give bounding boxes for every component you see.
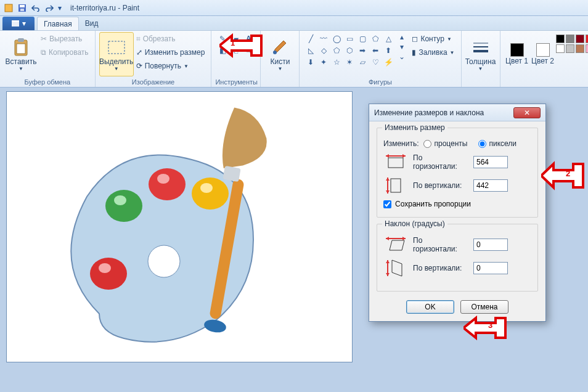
shape-triangle-icon[interactable]: △ [382, 33, 394, 44]
pixels-radio[interactable]: пиксели [478, 139, 517, 148]
thickness-button[interactable]: Толщина ▼ [465, 32, 496, 76]
eraser-tool-icon[interactable]: ◧ [216, 45, 229, 56]
shape-heart-icon[interactable]: ♡ [369, 57, 382, 68]
shape-polygon-icon[interactable]: ⬠ [369, 33, 382, 44]
zoom-tool-icon[interactable]: 🔍 [242, 45, 255, 56]
qat-customize-icon[interactable]: ▾ [57, 2, 63, 14]
skew-horizontal-label: По горизонтали: [413, 236, 468, 253]
shape-uarrow-icon[interactable]: ⬆ [382, 45, 394, 56]
ok-button[interactable]: OK [406, 300, 454, 314]
text-tool-icon[interactable]: A [242, 33, 255, 44]
canvas[interactable] [6, 91, 353, 362]
crop-button[interactable]: ⌗ Обрезать [134, 32, 208, 46]
shape-rarrow-icon[interactable]: ➡ [356, 45, 369, 56]
outline-icon: ◻ [412, 35, 418, 43]
shapes-scroll-down-icon[interactable]: ▾ [398, 42, 406, 52]
svg-marker-34 [390, 240, 404, 250]
thickness-label: Толщина [465, 57, 496, 66]
shape-darrow-icon[interactable]: ⬇ [304, 57, 317, 68]
picker-tool-icon[interactable]: ⎘ [229, 45, 242, 56]
resize-label: Изменить размер [145, 48, 205, 57]
shape-line-icon[interactable]: ╱ [304, 33, 317, 44]
outline-button[interactable]: ◻ Контур ▼ [409, 32, 457, 46]
resize-fieldset: Изменить размер Изменить: проценты пиксе… [377, 128, 538, 218]
redo-icon[interactable] [43, 2, 55, 14]
shape-4star-icon[interactable]: ✦ [317, 57, 330, 68]
shape-rtriangle-icon[interactable]: ◺ [304, 45, 317, 56]
palette-swatch[interactable] [566, 44, 574, 53]
paint-menu-icon[interactable] [2, 2, 15, 14]
svg-rect-2 [20, 5, 25, 7]
svg-marker-29 [402, 154, 406, 158]
window-title: it-territoriya.ru - Paint [70, 4, 139, 12]
resize-button[interactable]: ⤢ Изменить размер [134, 46, 208, 59]
ribbon-tabs: ▾ Главная Вид [0, 16, 588, 31]
palette-swatch[interactable] [576, 44, 584, 53]
shape-diamond-icon[interactable]: ◇ [317, 45, 330, 56]
svg-marker-33 [386, 190, 390, 194]
copy-button[interactable]: ⧉ Копировать [38, 46, 91, 59]
tab-home[interactable]: Главная [37, 17, 79, 30]
keep-ratio-label: Сохранить пропорции [395, 200, 471, 208]
paste-button[interactable]: Вставить ▼ [4, 32, 38, 76]
svg-rect-9 [108, 41, 125, 54]
fill-button[interactable]: ▮ Заливка ▼ [409, 46, 457, 59]
svg-point-10 [273, 51, 277, 54]
shape-oval-icon[interactable]: ◯ [330, 33, 343, 44]
horizontal-input[interactable] [473, 156, 508, 168]
pencil-tool-icon[interactable]: ✎ [216, 33, 229, 44]
undo-icon[interactable] [30, 2, 42, 14]
select-label: Выделить [99, 57, 133, 66]
ribbon: Вставить ▼ ✂ Вырезать ⧉ Копировать Буфер… [0, 31, 588, 88]
vertical-input[interactable] [473, 179, 508, 192]
file-tab[interactable]: ▾ [2, 17, 35, 30]
palette-swatch[interactable] [576, 35, 584, 43]
tab-view[interactable]: Вид [79, 17, 105, 30]
cut-button[interactable]: ✂ Вырезать [38, 32, 91, 46]
cancel-button[interactable]: Отмена [460, 300, 508, 314]
palette-swatch[interactable] [586, 35, 588, 43]
palette-swatch[interactable] [566, 35, 574, 43]
vertical-label: По вертикали: [413, 181, 468, 190]
palette-swatch[interactable] [556, 44, 565, 53]
color1-button[interactable]: Цвет 1 [504, 32, 530, 76]
shape-6star-icon[interactable]: ✶ [343, 57, 356, 68]
palette-swatch[interactable] [586, 44, 588, 53]
shapes-more-icon[interactable]: ⌄ [398, 52, 406, 62]
brushes-button[interactable]: Кисти ▼ [264, 32, 295, 76]
group-brushes: Кисти ▼ [261, 31, 300, 87]
rotate-button[interactable]: ⟳ Повернуть ▼ [134, 59, 208, 73]
color2-button[interactable]: Цвет 2 [530, 32, 556, 76]
percent-radio[interactable]: проценты [423, 139, 467, 148]
shape-rect-icon[interactable]: ▭ [343, 33, 356, 44]
svg-point-15 [105, 190, 142, 222]
copy-label: Копировать [49, 48, 89, 57]
shape-5star-icon[interactable]: ☆ [330, 57, 343, 68]
shape-curve-icon[interactable]: 〰 [317, 33, 330, 44]
shape-roundrect-icon[interactable]: ▢ [356, 33, 369, 44]
shape-lightning-icon[interactable]: ⚡ [382, 57, 394, 68]
skew-vertical-input[interactable] [473, 262, 508, 274]
svg-rect-5 [12, 20, 19, 22]
fill-label: Заливка [419, 48, 447, 57]
shape-hexagon-icon[interactable]: ⬡ [343, 45, 356, 56]
fill-tool-icon[interactable]: ▰ [229, 33, 242, 44]
shape-pentagon-icon[interactable]: ⬠ [330, 45, 343, 56]
shape-callout-icon[interactable]: ▱ [356, 57, 369, 68]
shapes-gallery[interactable]: ╱ 〰 ◯ ▭ ▢ ⬠ △ ◺ ◇ ⬠ ⬡ ➡ ⬅ ⬆ ⬇ ✦ ☆ ✶ ▱ ♡ [303, 32, 396, 69]
palette-swatch[interactable] [556, 35, 565, 43]
group-colors: Цвет 1 Цвет 2 [500, 31, 588, 87]
svg-point-19 [192, 178, 229, 210]
dialog-close-button[interactable]: ✕ [513, 107, 541, 118]
skew-horizontal-input[interactable] [473, 239, 508, 251]
pixels-radio-label: пиксели [489, 139, 517, 148]
keep-ratio-checkbox[interactable]: Сохранить пропорции [383, 200, 531, 208]
resize-skew-dialog: Изменение размеров и наклона ✕ Изменить … [369, 104, 546, 322]
select-button[interactable]: Выделить ▼ [99, 32, 134, 76]
dialog-titlebar[interactable]: Изменение размеров и наклона ✕ [369, 104, 545, 121]
horizontal-skew-icon [383, 235, 408, 254]
shape-larrow-icon[interactable]: ⬅ [369, 45, 382, 56]
save-icon[interactable] [16, 2, 28, 14]
shapes-scroll-up-icon[interactable]: ▴ [398, 32, 406, 42]
group-thickness-spacer [465, 78, 496, 87]
